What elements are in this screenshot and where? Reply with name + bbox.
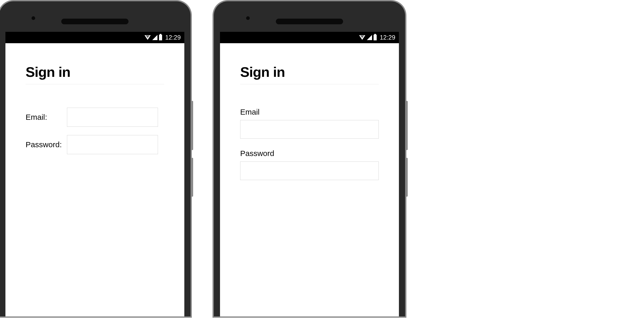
phone-screen: 12:29 Sign in Email: Password: [5,32,184,316]
camera-icon [246,16,250,20]
phone-frame: 12:29 Sign in Email: Password: [0,0,192,318]
battery-icon [374,35,377,40]
side-button [191,101,193,150]
phone-mockup-left: 12:29 Sign in Email: Password: [0,0,192,326]
email-form-row: Email: [26,108,164,127]
screen-content: Sign in Email: Password: [5,43,184,154]
title-divider [26,84,164,84]
phone-top-area [214,11,405,32]
battery-icon [159,35,162,40]
page-title: Sign in [26,64,164,80]
cellular-signal-icon [152,35,157,40]
password-input[interactable] [240,161,379,180]
phone-screen: 12:29 Sign in Email Password [220,32,399,316]
side-button [406,101,408,150]
page-title: Sign in [240,64,379,80]
phone-bezel: 12:29 Sign in Email: Password: [0,1,191,316]
status-time: 12:29 [380,34,395,41]
speaker-grille [61,19,128,24]
email-input[interactable] [67,108,158,127]
email-label: Email [240,108,379,116]
status-bar: 12:29 [220,32,399,43]
password-form-row: Password: [26,135,164,154]
password-label: Password: [26,140,67,149]
email-label: Email: [26,113,67,122]
screen-content: Sign in Email Password [220,43,399,180]
password-form-group: Password [240,149,379,180]
email-form-group: Email [240,108,379,139]
wifi-icon [359,35,365,40]
wifi-icon [145,35,151,40]
phone-top-area [0,11,191,32]
side-button [406,158,408,197]
title-divider [240,84,379,84]
status-bar: 12:29 [5,32,184,43]
status-time: 12:29 [165,34,181,41]
speaker-grille [276,19,343,24]
phone-frame: 12:29 Sign in Email Password [213,0,406,318]
email-input[interactable] [240,120,379,139]
phone-bezel: 12:29 Sign in Email Password [214,1,405,316]
password-label: Password [240,149,379,158]
camera-icon [32,16,35,20]
side-button [191,158,193,197]
status-icons [359,35,377,40]
cellular-signal-icon [367,35,372,40]
status-icons [145,35,162,40]
password-input[interactable] [67,135,158,154]
phone-mockup-right: 12:29 Sign in Email Password [213,0,406,326]
